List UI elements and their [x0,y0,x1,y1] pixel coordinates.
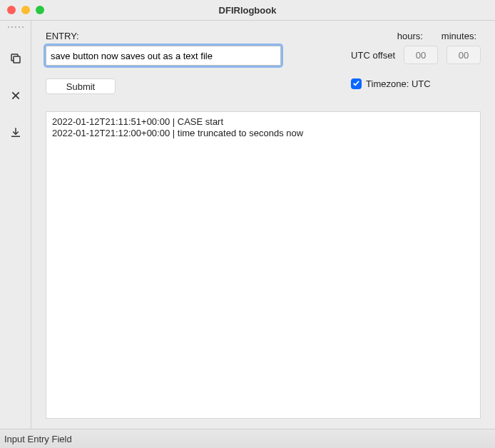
log-line: 2022-01-12T21:12:00+00:00 | time truncat… [52,128,474,139]
sidebar-grip [8,25,24,29]
titlebar: DFIRlogbook [0,0,495,20]
hours-input[interactable] [404,46,438,64]
copy-icon [9,52,22,67]
submit-button[interactable]: Submit [46,78,116,94]
export-button[interactable] [4,122,27,145]
content-area: ENTRY: Submit hours: minutes: UTC offset [31,21,495,429]
minutes-label: minutes: [442,31,476,41]
hours-label: hours: [397,31,423,41]
log-output[interactable]: 2022-01-12T21:11:51+00:00 | CASE start 2… [46,111,481,419]
minutes-input[interactable] [446,46,481,64]
entry-input[interactable] [46,46,281,66]
download-icon [9,126,22,141]
window-title: DFIRlogbook [0,5,495,16]
minimize-window-button[interactable] [21,6,30,14]
copy-button[interactable] [4,48,27,71]
zoom-window-button[interactable] [36,6,44,14]
statusbar: Input Entry Field [0,429,495,448]
status-text: Input Entry Field [4,434,72,444]
utc-offset-label: UTC offset [351,50,395,61]
svg-rect-0 [14,56,20,63]
timezone-checkbox[interactable] [351,78,362,89]
timezone-label: Timezone: UTC [366,78,431,89]
check-icon [352,78,360,89]
close-icon [10,90,21,103]
sidebar [0,21,31,429]
log-line: 2022-01-12T21:11:51+00:00 | CASE start [52,116,474,128]
entry-label: ENTRY: [46,31,281,41]
close-window-button[interactable] [7,6,16,14]
clear-button[interactable] [4,85,27,108]
traffic-lights [7,6,44,14]
